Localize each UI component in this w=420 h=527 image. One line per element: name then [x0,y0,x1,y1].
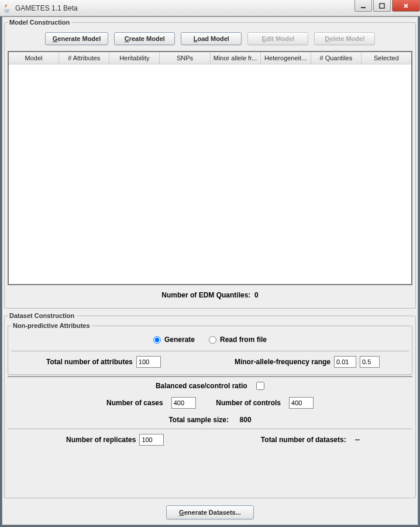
maximize-button[interactable] [373,0,391,12]
total-datasets-label: Total number of datasets: [261,436,346,444]
app-body: Model Construction Generate Model Create… [2,16,418,525]
non-predictive-panel: Non-predictive Attributes Generate Read … [8,322,412,375]
col-selected[interactable]: Selected [362,52,411,64]
col-model[interactable]: Model [9,52,59,64]
col-attributes[interactable]: # Attributes [59,52,109,64]
close-button[interactable] [392,0,420,12]
replicates-input[interactable] [139,434,164,446]
total-sample-label: Total sample size: [168,416,228,424]
col-snps[interactable]: SNPs [160,52,210,64]
radio-generate[interactable]: Generate [153,336,195,344]
controls-label: Number of controls [216,399,281,407]
col-minor-allele[interactable]: Minor allele fr... [211,52,261,64]
edit-model-button: Edit Model [247,32,308,45]
dataset-construction-legend: Dataset Construction [8,312,76,319]
java-icon [2,4,12,13]
generate-datasets-row: Generate Datasets... [4,502,416,523]
total-sample-value: 800 [240,416,252,424]
generate-model-button[interactable]: Generate Model [45,32,109,45]
attrs-maf-row: Total number of attributes Minor-allele-… [11,353,409,371]
load-model-button[interactable]: Load Model [181,32,242,45]
dataset-construction-panel: Dataset Construction Non-predictive Attr… [4,312,416,498]
balanced-row: Balanced case/control ratio [8,378,412,393]
create-model-button[interactable]: Create Model [114,32,175,45]
replicates-row: Number of replicates Total number of dat… [8,430,412,449]
col-heritability[interactable]: Heritability [109,52,160,64]
minimize-button[interactable] [354,0,372,12]
model-construction-panel: Model Construction Generate Model Create… [4,19,416,309]
model-toolbar: Generate Model Create Model Load Model E… [8,29,412,51]
col-heterogeneity[interactable]: Heterogeneit... [261,52,311,64]
delete-model-button: Delete Model [314,32,375,45]
total-attrs-input[interactable] [136,356,161,368]
radio-read-file[interactable]: Read from file [209,336,267,344]
maf-max-input[interactable] [360,356,380,368]
cases-label: Number of cases [106,399,163,407]
controls-input[interactable] [289,397,314,409]
balanced-checkbox[interactable] [256,382,264,390]
balanced-label: Balanced case/control ratio [156,382,247,390]
generate-datasets-button[interactable]: Generate Datasets... [166,505,254,519]
edm-quantiles-summary: Number of EDM Quantiles: 0 [8,285,412,305]
window-title: GAMETES 1.1 Beta [15,4,78,12]
model-construction-legend: Model Construction [8,19,71,26]
cases-controls-row: Number of cases Number of controls [8,393,412,412]
table-body[interactable] [9,64,411,284]
maf-min-input[interactable] [334,356,356,368]
svg-rect-1 [380,4,384,8]
model-table[interactable]: Model # Attributes Heritability SNPs Min… [8,51,412,285]
cases-input[interactable] [171,397,196,409]
total-datasets-value: -- [355,436,360,444]
table-header-row: Model # Attributes Heritability SNPs Min… [9,52,411,64]
maf-label: Minor-allele-frequency range [235,358,331,366]
radio-generate-input[interactable] [153,336,161,344]
radio-read-file-input[interactable] [209,336,216,344]
col-quantiles[interactable]: # Quantiles [311,52,362,64]
svg-rect-0 [361,7,366,8]
replicates-label: Number of replicates [66,436,136,444]
non-predictive-legend: Non-predictive Attributes [11,322,92,329]
window-titlebar: GAMETES 1.1 Beta [0,0,420,16]
window-controls [354,0,420,12]
attribute-source-radios: Generate Read from file [11,332,409,350]
total-sample-row: Total sample size: 800 [8,412,412,427]
total-attrs-label: Total number of attributes [46,358,133,366]
